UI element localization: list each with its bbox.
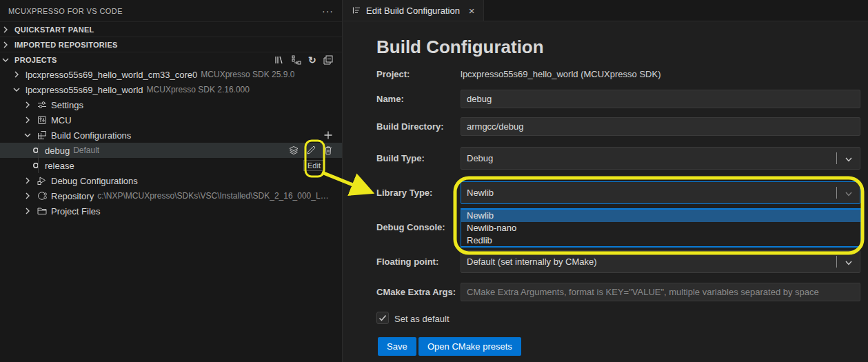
section-label: QUICKSTART PANEL xyxy=(14,26,94,34)
chevron-down-icon xyxy=(844,154,854,164)
library-type-options-list: Newlib Newlib-nano Redlib xyxy=(461,208,861,248)
delete-trash-icon[interactable] xyxy=(323,145,334,156)
option-newlib[interactable]: Newlib xyxy=(461,210,860,222)
refresh-icon[interactable]: ↻ xyxy=(308,54,316,66)
add-build-config-icon[interactable] xyxy=(323,130,334,141)
cmake-extra-args-input[interactable] xyxy=(461,283,860,301)
section-imported-repositories[interactable]: IMPORTED REPOSITORIES xyxy=(0,37,342,52)
repository-icon xyxy=(37,190,48,201)
select-separator xyxy=(836,152,837,164)
page-title: Build Configuration xyxy=(376,37,544,58)
import-project-icon[interactable] xyxy=(291,54,302,66)
close-icon[interactable]: × xyxy=(469,5,475,17)
build-configurations-icon xyxy=(37,130,48,141)
project-value: lpcxpresso55s69_hello_world (MCUXpresso … xyxy=(461,69,660,79)
cmake-extra-args-label: CMake Extra Args: xyxy=(376,287,456,297)
duplicate-layers-icon[interactable] xyxy=(288,145,299,156)
library-type-label: Library Type: xyxy=(376,188,432,198)
tree-item-label: lpcxpresso55s69_hello_world_cm33_core0 xyxy=(26,70,197,80)
projects-actions: ↻ xyxy=(274,54,334,66)
tree-item-label: MCU xyxy=(51,115,72,125)
open-cmake-presets-button[interactable]: Open CMake presets xyxy=(418,337,521,356)
floating-point-value: Default (set internally by CMake) xyxy=(467,257,597,267)
select-separator xyxy=(836,256,837,268)
name-label: Name: xyxy=(376,94,404,104)
section-projects[interactable]: PROJECTS ↻ xyxy=(0,52,342,67)
folder-icon xyxy=(37,205,48,217)
edit-tooltip: Edit xyxy=(303,160,325,171)
build-directory-label: Build Directory: xyxy=(376,121,444,132)
option-redlib[interactable]: Redlib xyxy=(461,234,860,247)
library-type-value: Newlib xyxy=(467,188,494,198)
checkmark-icon xyxy=(378,313,387,323)
config-bullet-icon xyxy=(30,160,41,171)
section-label: IMPORTED REPOSITORIES xyxy=(14,41,118,49)
mcu-chip-icon xyxy=(37,114,48,125)
config-bullet-icon xyxy=(30,145,41,156)
save-button[interactable]: Save xyxy=(378,337,416,356)
library-icon[interactable] xyxy=(274,54,285,66)
debug-console-label: Debug Console: xyxy=(376,222,445,232)
chevron-right-icon xyxy=(22,175,33,186)
set-as-default-checkbox[interactable] xyxy=(376,312,389,324)
chevron-down-icon xyxy=(844,258,854,268)
tree-item-label: Settings xyxy=(51,100,83,110)
section-label: PROJECTS xyxy=(14,56,57,64)
tree-item-label: Debug Configurations xyxy=(51,176,138,186)
tree-item-label: Repository xyxy=(51,191,94,201)
tree-item-settings[interactable]: Settings xyxy=(0,97,342,112)
mcuxpresso-vscode-window: MCUXPRESSO FOR VS CODE ··· QUICKSTART PA… xyxy=(0,0,868,362)
editor-area: Edit Build Configuration × Build Configu… xyxy=(343,0,868,362)
tree-item-mcu[interactable]: MCU xyxy=(0,112,342,128)
collapse-all-icon[interactable] xyxy=(323,54,334,66)
tree-item-repository[interactable]: Repository c:\NXP\MCUXpresso\SDKs\VSC\In… xyxy=(0,188,342,203)
tree-item-project-cm33-core0[interactable]: lpcxpresso55s69_hello_world_cm33_core0 M… xyxy=(0,67,342,82)
chevron-right-icon xyxy=(11,69,22,80)
tree-item-debug-configurations[interactable]: Debug Configurations xyxy=(0,173,342,188)
library-type-select[interactable]: Newlib xyxy=(461,181,860,204)
tree-item-description: c:\NXP\MCUXpresso\SDKs\VSC\Installed\SDK… xyxy=(97,191,334,201)
debug-configurations-icon xyxy=(37,175,48,186)
tree-item-debug-config[interactable]: debug Default xyxy=(0,143,342,158)
tree-item-build-configurations[interactable]: Build Configurations xyxy=(0,128,342,143)
sidebar-title: MCUXPRESSO FOR VS CODE xyxy=(8,7,123,15)
tab-edit-build-configuration[interactable]: Edit Build Configuration × xyxy=(343,0,484,21)
edit-pencil-icon[interactable] xyxy=(305,145,316,156)
build-type-value: Debug xyxy=(467,153,493,163)
tree-item-project-hello-world[interactable]: lpcxpresso55s69_hello_world MCUXpresso S… xyxy=(0,82,342,97)
option-newlib-nano[interactable]: Newlib-nano xyxy=(461,222,860,234)
build-type-select[interactable]: Debug xyxy=(461,147,860,170)
tab-title: Edit Build Configuration xyxy=(366,6,460,16)
floating-point-label: Floating point: xyxy=(376,257,438,267)
floating-point-select[interactable]: Default (set internally by CMake) xyxy=(461,250,860,273)
build-directory-input[interactable] xyxy=(461,117,860,136)
tree-item-label: Project Files xyxy=(51,206,101,217)
project-label: Project: xyxy=(376,69,410,79)
chevron-down-icon xyxy=(22,130,33,141)
tree-item-description: MCUXpresso SDK 2.16.000 xyxy=(147,85,250,94)
tree-item-description: MCUXpresso SDK 25.9.0 xyxy=(201,70,294,79)
chevron-right-icon xyxy=(0,39,11,50)
select-separator xyxy=(836,187,837,199)
tree-item-label: lpcxpresso55s69_hello_world xyxy=(26,85,143,95)
build-type-label: Build Type: xyxy=(376,153,425,163)
chevron-down-icon xyxy=(11,84,22,95)
sidebar: MCUXPRESSO FOR VS CODE ··· QUICKSTART PA… xyxy=(0,0,343,362)
tree-item-label: Build Configurations xyxy=(51,130,131,141)
chevron-down-icon xyxy=(0,54,11,66)
tree-item-label: debug xyxy=(45,145,70,156)
chevron-right-icon xyxy=(0,24,11,35)
tree-item-release-config[interactable]: release xyxy=(0,158,342,173)
tree-item-project-files[interactable]: Project Files xyxy=(0,203,342,219)
webview-list-icon xyxy=(352,6,361,15)
chevron-right-icon xyxy=(22,99,33,110)
chevron-down-icon xyxy=(844,189,854,199)
section-quickstart-panel[interactable]: QUICKSTART PANEL xyxy=(0,21,342,37)
name-input[interactable] xyxy=(461,90,860,108)
settings-sliders-icon xyxy=(37,99,48,110)
tree-item-label: release xyxy=(45,161,74,171)
editor-tab-bar: Edit Build Configuration × xyxy=(343,0,868,21)
more-actions-icon[interactable]: ··· xyxy=(322,6,334,17)
chevron-right-icon xyxy=(22,205,33,217)
tree-item-description: Default xyxy=(73,145,99,155)
